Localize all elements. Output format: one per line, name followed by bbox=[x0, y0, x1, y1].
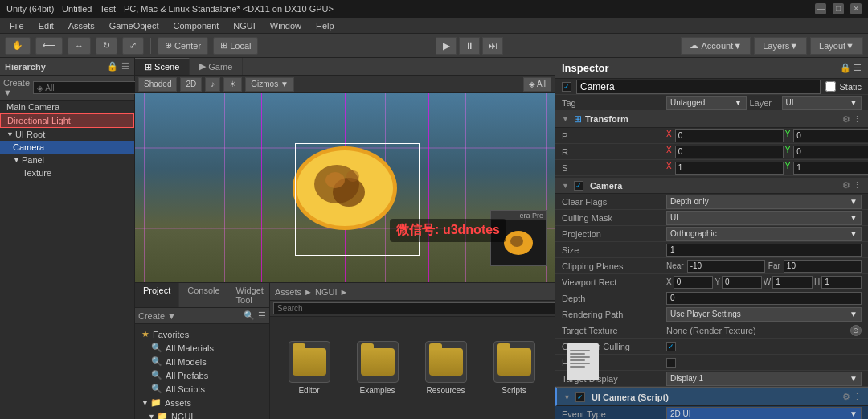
transform-menu-icon[interactable]: ⋮ bbox=[853, 114, 862, 125]
project-search-icon[interactable]: 🔍 bbox=[244, 310, 255, 321]
occlusion-culling-checkbox[interactable]: ✓ bbox=[666, 342, 676, 351]
pos-y-input[interactable] bbox=[793, 129, 868, 142]
vr-y-input[interactable] bbox=[722, 276, 762, 289]
account-button[interactable]: ☁ Account ▼ bbox=[681, 37, 751, 55]
pause-button[interactable]: ⏸ bbox=[459, 37, 480, 55]
create-label[interactable]: Create ▼ bbox=[3, 78, 30, 97]
camera-settings-icon[interactable]: ⚙ bbox=[842, 180, 850, 191]
rot-y-input[interactable] bbox=[793, 146, 868, 158]
vr-w-input[interactable] bbox=[772, 276, 813, 289]
title-bar-controls[interactable]: — □ ✕ bbox=[815, 3, 862, 14]
clear-flags-dropdown[interactable]: Depth only ▼ bbox=[666, 195, 862, 209]
menu-window[interactable]: Window bbox=[264, 19, 308, 32]
transform-move[interactable]: ⟵ bbox=[35, 37, 63, 55]
menu-assets[interactable]: Assets bbox=[62, 19, 101, 32]
proj-item-all-prefabs[interactable]: 🔍 All Prefabs bbox=[135, 368, 269, 382]
proj-item-all-models[interactable]: 🔍 All Models bbox=[135, 355, 269, 368]
inspector-lock-icon[interactable]: 🔒 bbox=[840, 63, 851, 73]
transform-settings-icon[interactable]: ⚙ bbox=[842, 114, 850, 125]
tab-game[interactable]: ▶ Game bbox=[190, 58, 243, 75]
vr-x-input[interactable] bbox=[674, 276, 714, 289]
culling-mask-dropdown[interactable]: UI ▼ bbox=[666, 211, 862, 225]
proj-item-all-scripts[interactable]: 🔍 All Scripts bbox=[135, 382, 269, 396]
layers-button[interactable]: Layers ▼ bbox=[754, 37, 807, 55]
menu-gameobject[interactable]: GameObject bbox=[103, 19, 166, 32]
ui-camera-section-header[interactable]: ▼ ✓ UI Camera (Script) ⚙ ⋮ bbox=[555, 387, 868, 406]
file-item-scripts[interactable]: Scripts bbox=[488, 341, 540, 395]
object-name-input[interactable] bbox=[576, 80, 821, 94]
menu-help[interactable]: Help bbox=[309, 19, 341, 32]
ui-camera-menu-icon[interactable]: ⋮ bbox=[853, 392, 862, 402]
pos-x-input[interactable] bbox=[675, 129, 784, 142]
file-item-examples[interactable]: Examples bbox=[351, 341, 403, 395]
tree-item-main-camera[interactable]: Main Camera bbox=[0, 101, 134, 113]
transform-hand[interactable]: ✋ bbox=[5, 37, 31, 55]
camera-active-checkbox[interactable]: ✓ bbox=[574, 181, 583, 191]
tree-item-ui-root[interactable]: ▼ UI Root bbox=[0, 128, 134, 141]
projection-dropdown[interactable]: Orthographic ▼ bbox=[666, 227, 862, 241]
project-create-label[interactable]: Create ▼ bbox=[138, 311, 176, 321]
camera-menu-icon[interactable]: ⋮ bbox=[853, 180, 862, 191]
close-button[interactable]: ✕ bbox=[850, 3, 862, 14]
hierarchy-lock-icon[interactable]: 🔒 bbox=[107, 61, 118, 72]
rendering-path-dropdown[interactable]: Use Player Settings ▼ bbox=[666, 307, 862, 322]
tree-item-panel[interactable]: ▼ Panel bbox=[0, 154, 134, 166]
event-type-dropdown[interactable]: 2D UI ▼ bbox=[666, 407, 862, 420]
proj-item-ngui[interactable]: ▼ 📁 NGUI bbox=[135, 409, 269, 419]
near-input[interactable] bbox=[687, 260, 765, 273]
size-input[interactable] bbox=[666, 244, 862, 257]
inspector-menu-icon[interactable]: ☰ bbox=[854, 63, 862, 73]
far-input[interactable] bbox=[784, 260, 862, 273]
menu-component[interactable]: Component bbox=[166, 19, 225, 32]
step-button[interactable]: ⏭ bbox=[482, 37, 503, 55]
center-button[interactable]: ⊕ Center bbox=[158, 37, 208, 55]
file-item-resources[interactable]: Resources bbox=[420, 341, 472, 395]
proj-item-all-materials[interactable]: 🔍 All Materials bbox=[135, 341, 269, 355]
tab-widget-tool[interactable]: Widget Tool bbox=[228, 283, 272, 307]
static-checkbox[interactable] bbox=[825, 81, 836, 92]
rot-x-input[interactable] bbox=[675, 146, 784, 158]
twod-button[interactable]: 2D bbox=[180, 77, 202, 92]
transform-scale[interactable]: ↔ bbox=[68, 37, 91, 55]
all-filter-button[interactable]: ◈ All bbox=[523, 77, 551, 92]
ui-camera-settings-icon[interactable]: ⚙ bbox=[842, 392, 850, 402]
proj-item-favorites[interactable]: ★ Favorites bbox=[135, 327, 269, 341]
minimize-button[interactable]: — bbox=[815, 3, 826, 14]
transform-rect[interactable]: ⤢ bbox=[122, 37, 144, 55]
transform-rotate[interactable]: ↻ bbox=[96, 37, 117, 55]
local-button[interactable]: ⊞ Local bbox=[213, 37, 258, 55]
hdr-checkbox[interactable] bbox=[666, 358, 676, 368]
menu-edit[interactable]: Edit bbox=[32, 19, 60, 32]
maximize-button[interactable]: □ bbox=[833, 3, 844, 14]
tree-item-camera[interactable]: Camera bbox=[0, 141, 134, 154]
vr-h-input[interactable] bbox=[821, 276, 862, 289]
target-texture-browse[interactable]: ⊙ bbox=[850, 325, 862, 336]
file-item-editor[interactable]: Editor bbox=[283, 341, 335, 395]
target-display-dropdown[interactable]: Display 1 ▼ bbox=[666, 372, 862, 386]
camera-section-header[interactable]: ▼ ✓ Camera ⚙ ⋮ bbox=[555, 178, 868, 194]
file-search-input[interactable] bbox=[273, 302, 582, 314]
tab-project[interactable]: Project bbox=[135, 283, 179, 307]
tag-dropdown[interactable]: Untagged ▼ bbox=[666, 96, 747, 110]
tree-item-directional-light[interactable]: Directional Light bbox=[0, 113, 134, 128]
depth-input[interactable] bbox=[666, 292, 862, 305]
menu-ngui[interactable]: NGUI bbox=[227, 19, 262, 32]
tab-scene[interactable]: ⊞ Scene bbox=[135, 58, 190, 75]
transform-section-header[interactable]: ▼ ⊞ Transform ⚙ ⋮ bbox=[555, 111, 868, 128]
ui-camera-checkbox[interactable]: ✓ bbox=[575, 392, 585, 402]
object-active-checkbox[interactable]: ✓ bbox=[562, 82, 571, 92]
shaded-button[interactable]: Shaded bbox=[138, 77, 177, 92]
layout-button[interactable]: Layout ▼ bbox=[810, 37, 863, 55]
light-button[interactable]: ☀ bbox=[223, 77, 242, 92]
sound-button[interactable]: ♪ bbox=[205, 77, 220, 92]
menu-file[interactable]: File bbox=[3, 19, 31, 32]
scale-y-input[interactable] bbox=[793, 162, 868, 175]
layer-dropdown[interactable]: UI ▼ bbox=[782, 96, 862, 110]
tree-item-texture[interactable]: Texture bbox=[0, 166, 134, 179]
scale-x-input[interactable] bbox=[675, 162, 784, 175]
play-button[interactable]: ▶ bbox=[436, 37, 457, 55]
project-menu-icon[interactable]: ☰ bbox=[258, 310, 266, 321]
gizmos-button[interactable]: Gizmos ▼ bbox=[245, 77, 294, 92]
hierarchy-search-input[interactable] bbox=[33, 81, 143, 94]
proj-item-assets[interactable]: ▼ 📁 Assets bbox=[135, 396, 269, 409]
